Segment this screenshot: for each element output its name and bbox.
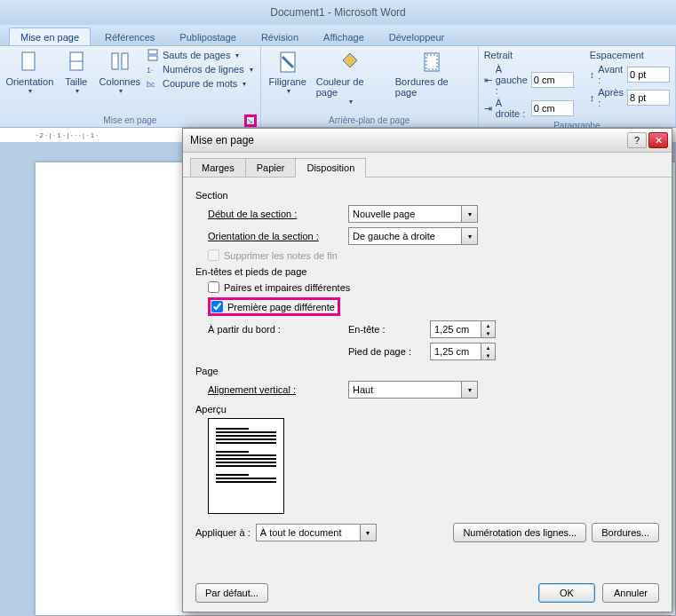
window-title: Document1 - Microsoft Word (0, 0, 676, 25)
orientation-button[interactable]: Orientation▾ (5, 48, 54, 97)
header-input[interactable] (430, 320, 481, 338)
watermark-button[interactable]: Filigrane▾ (266, 48, 309, 97)
highlight-box: Première page différente (208, 297, 340, 316)
linenum-label: Numéros de lignes (163, 64, 244, 75)
line-numbers-button[interactable]: Numérotation des lignes... (453, 523, 586, 542)
fromedge-label: À partir du bord : (208, 324, 341, 335)
svg-rect-6 (148, 56, 157, 60)
dialog-title: Mise en page (190, 134, 625, 146)
spacing-after-icon: ↕ (590, 92, 595, 103)
section-dir-label: Orientation de la section : (208, 231, 341, 241)
indent-right-icon: ⇥ (484, 103, 492, 115)
suppress-endnotes-checkbox (208, 249, 219, 261)
pageborders-label: Bordures de page (395, 76, 469, 98)
preview-title: Aperçu (195, 404, 659, 415)
svg-text:bc: bc (147, 80, 155, 89)
spacing-after-input[interactable] (627, 90, 670, 106)
apply-label: Appliquer à : (195, 527, 251, 538)
headers-title: En-têtes et pieds de page (195, 266, 659, 277)
preview-thumbnail (208, 418, 284, 514)
oddeven-checkbox[interactable] (208, 281, 219, 293)
spacing-before-input[interactable] (627, 67, 670, 83)
ribbon-tab-mailings[interactable]: Publipostage (169, 28, 247, 45)
page-title: Page (195, 366, 659, 376)
spacing-after-label: Après : (598, 87, 624, 108)
tab-margins[interactable]: Marges (190, 158, 246, 177)
tab-layout[interactable]: Disposition (295, 158, 366, 178)
columns-button[interactable]: Colonnes▾ (99, 48, 141, 97)
spacing-before-icon: ↕ (590, 69, 595, 80)
close-button[interactable]: ✕ (648, 132, 668, 148)
firstpage-checkbox[interactable] (211, 301, 223, 312)
chevron-down-icon[interactable]: ▾ (361, 524, 377, 541)
svg-rect-3 (112, 53, 118, 69)
suppress-endnotes-label: Supprimer les notes de fin (224, 250, 338, 261)
help-button[interactable]: ? (627, 132, 647, 148)
indent-right-label: À droite : (496, 98, 528, 119)
spacing-before-label: Avant : (598, 64, 624, 85)
chevron-down-icon[interactable]: ▾ (462, 381, 478, 399)
indent-left-input[interactable] (531, 72, 574, 88)
linenum-button[interactable]: 1·Numéros de lignes▾ (145, 62, 255, 76)
default-button[interactable]: Par défaut... (195, 583, 268, 603)
breaks-label: Sauts de pages (163, 50, 230, 60)
tab-paper[interactable]: Papier (245, 158, 297, 177)
footer-spinner[interactable]: ▲▼ (481, 343, 496, 360)
dialog-titlebar[interactable]: Mise en page ? ✕ (183, 129, 672, 153)
section-start-select[interactable] (348, 205, 462, 223)
spacing-title: Espacement (590, 50, 670, 60)
size-button[interactable]: Taille▾ (58, 48, 95, 97)
indent-right-input[interactable] (531, 100, 574, 116)
ribbon-tabs: Mise en page Références Publipostage Rév… (0, 25, 676, 46)
page-setup-dialog: Mise en page ? ✕ Marges Papier Dispositi… (182, 128, 672, 612)
indent-title: Retrait (484, 50, 574, 60)
ok-button[interactable]: OK (538, 583, 595, 603)
valign-label: Alignement vertical : (208, 384, 341, 395)
borders-button[interactable]: Bordures... (592, 523, 659, 542)
ribbon-tab-references[interactable]: Références (94, 28, 165, 45)
chevron-down-icon[interactable]: ▾ (462, 227, 478, 245)
group-pagelayout-label: Mise en page ↘ (5, 114, 255, 127)
orientation-label: Orientation (5, 76, 53, 87)
hyphen-label: Coupure de mots (163, 78, 237, 89)
indent-left-label: À gauche : (496, 64, 528, 96)
section-dir-select[interactable] (348, 227, 462, 245)
valign-select[interactable] (348, 381, 462, 399)
group-bg-label: Arrière-plan de page (266, 114, 473, 127)
header-label: En-tête : (348, 324, 423, 335)
pageborders-button[interactable]: Bordures de page (392, 48, 473, 99)
watermark-label: Filigrane (269, 76, 306, 87)
ribbon-tab-developer[interactable]: Développeur (378, 28, 455, 45)
breaks-button[interactable]: Sauts de pages▾ (145, 48, 255, 62)
ribbon-tab-view[interactable]: Affichage (313, 28, 375, 45)
footer-label: Pied de page : (348, 346, 423, 357)
columns-label: Colonnes (99, 76, 140, 87)
dialog-launcher-icon[interactable]: ↘ (244, 115, 257, 127)
svg-rect-0 (22, 52, 35, 70)
svg-text:1·: 1· (147, 66, 154, 75)
footer-input[interactable] (430, 343, 481, 360)
hyphen-button[interactable]: bcCoupure de mots▾ (145, 76, 255, 91)
svg-rect-5 (148, 50, 157, 54)
pagecolor-label: Couleur de page (316, 76, 385, 98)
indent-left-icon: ⇤ (484, 75, 492, 86)
header-spinner[interactable]: ▲▼ (481, 320, 496, 338)
apply-select[interactable] (256, 524, 361, 541)
size-label: Taille (65, 76, 87, 87)
ribbon-tab-layout[interactable]: Mise en page (9, 28, 91, 45)
dialog-tabs: Marges Papier Disposition (183, 153, 672, 178)
section-start-label: Début de la section : (208, 209, 341, 219)
oddeven-label: Paires et impaires différentes (224, 282, 350, 293)
svg-rect-4 (122, 53, 128, 69)
section-title: Section (195, 190, 659, 201)
ribbon-tab-review[interactable]: Révision (251, 28, 309, 45)
cancel-button[interactable]: Annuler (602, 583, 659, 603)
ribbon: Orientation▾ Taille▾ Colonnes▾ Sauts de … (0, 46, 676, 128)
chevron-down-icon[interactable]: ▾ (462, 205, 478, 223)
pagecolor-button[interactable]: Couleur de page▾ (313, 48, 388, 107)
firstpage-label: Première page différente (227, 302, 335, 312)
